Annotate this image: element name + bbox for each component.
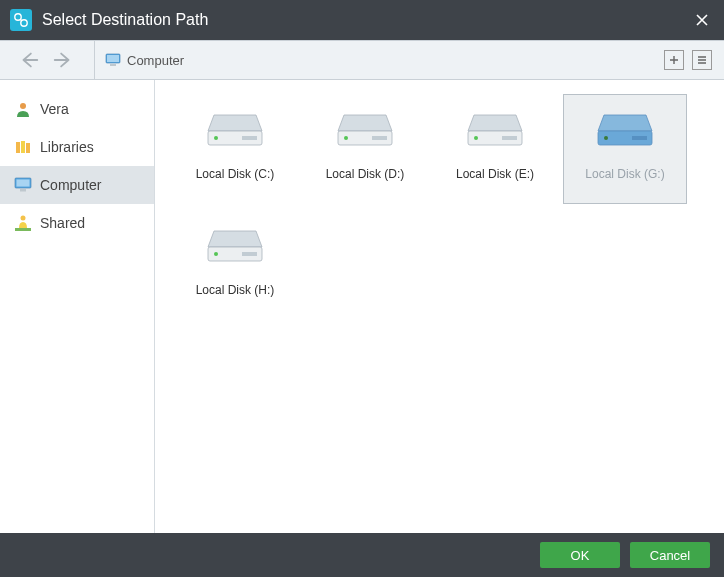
- svg-rect-22: [502, 136, 517, 140]
- svg-rect-10: [17, 180, 30, 187]
- svg-point-15: [214, 136, 218, 140]
- content-area: Vera Libraries Computer Shared: [0, 80, 724, 533]
- plus-icon: [668, 54, 680, 66]
- sidebar-item-label: Libraries: [40, 139, 94, 155]
- svg-rect-11: [20, 189, 26, 192]
- view-list-button[interactable]: [692, 50, 712, 70]
- svg-rect-6: [16, 142, 20, 153]
- sidebar-item-libraries[interactable]: Libraries: [0, 128, 154, 166]
- disk-label: Local Disk (D:): [326, 167, 405, 181]
- titlebar: Select Destination Path: [0, 0, 724, 40]
- disk-label: Local Disk (C:): [196, 167, 275, 181]
- window-title: Select Destination Path: [42, 11, 208, 29]
- svg-point-18: [344, 136, 348, 140]
- arrow-left-icon: [18, 49, 40, 71]
- arrow-right-icon: [52, 49, 74, 71]
- computer-icon: [105, 53, 121, 67]
- close-button[interactable]: [690, 8, 714, 32]
- toolbar-divider: [94, 41, 95, 79]
- app-icon: [10, 9, 32, 31]
- breadcrumb[interactable]: Computer: [105, 53, 184, 68]
- sidebar-item-label: Computer: [40, 177, 101, 193]
- disk-item[interactable]: Local Disk (E:): [433, 94, 557, 204]
- disk-item[interactable]: Local Disk (D:): [303, 94, 427, 204]
- cancel-button[interactable]: Cancel: [630, 542, 710, 568]
- svg-rect-8: [26, 143, 30, 153]
- svg-point-12: [21, 216, 26, 221]
- svg-rect-3: [107, 55, 119, 62]
- svg-point-21: [474, 136, 478, 140]
- breadcrumb-location: Computer: [127, 53, 184, 68]
- disk-label: Local Disk (E:): [456, 167, 534, 181]
- disk-label: Local Disk (G:): [585, 167, 664, 181]
- svg-rect-7: [21, 141, 25, 153]
- svg-rect-28: [242, 252, 257, 256]
- disk-label: Local Disk (H:): [196, 283, 275, 297]
- sidebar-item-computer[interactable]: Computer: [0, 166, 154, 204]
- sidebar: Vera Libraries Computer Shared: [0, 80, 155, 533]
- disk-item[interactable]: Local Disk (C:): [173, 94, 297, 204]
- svg-rect-19: [372, 136, 387, 140]
- sidebar-item-label: Vera: [40, 101, 69, 117]
- libraries-icon: [14, 138, 32, 156]
- svg-rect-25: [632, 136, 647, 140]
- svg-point-1: [21, 20, 27, 26]
- svg-point-5: [20, 103, 26, 109]
- computer-icon: [14, 176, 32, 194]
- svg-point-24: [604, 136, 608, 140]
- sidebar-item-shared[interactable]: Shared: [0, 204, 154, 242]
- list-icon: [696, 54, 708, 66]
- toolbar: Computer: [0, 40, 724, 80]
- disk-icon: [462, 103, 528, 151]
- svg-rect-16: [242, 136, 257, 140]
- svg-point-27: [214, 252, 218, 256]
- disk-grid: Local Disk (C:) Local Disk (D:): [155, 80, 724, 533]
- forward-button[interactable]: [46, 45, 80, 75]
- dialog-window: Select Destination Path Computer: [0, 0, 724, 577]
- new-folder-button[interactable]: [664, 50, 684, 70]
- disk-icon: [202, 103, 268, 151]
- user-icon: [14, 100, 32, 118]
- sidebar-item-user[interactable]: Vera: [0, 90, 154, 128]
- disk-item[interactable]: Local Disk (G:): [563, 94, 687, 204]
- shared-icon: [14, 214, 32, 232]
- disk-icon: [332, 103, 398, 151]
- svg-point-0: [15, 14, 21, 20]
- close-icon: [695, 13, 709, 27]
- disk-icon: [202, 219, 268, 267]
- ok-button[interactable]: OK: [540, 542, 620, 568]
- disk-icon: [592, 103, 658, 151]
- footer: OK Cancel: [0, 533, 724, 577]
- back-button[interactable]: [12, 45, 46, 75]
- svg-rect-13: [15, 228, 31, 231]
- disk-item[interactable]: Local Disk (H:): [173, 210, 297, 320]
- sidebar-item-label: Shared: [40, 215, 85, 231]
- svg-rect-4: [110, 64, 116, 66]
